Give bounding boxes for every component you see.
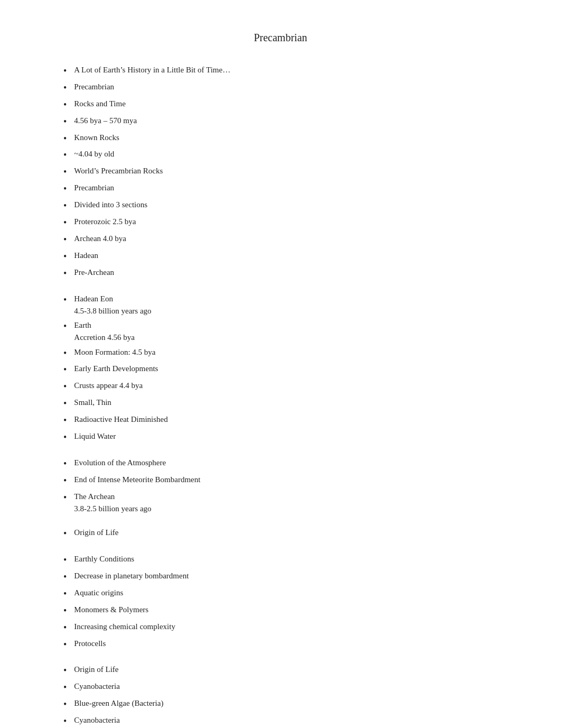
list-item-text: Early Earth Developments [74, 364, 158, 373]
bullet-icon: • [63, 148, 67, 163]
list-item-text: Moon Formation: 4.5 bya [74, 348, 155, 356]
bullet-icon: • [63, 527, 67, 541]
list-item: •Monomers & Polymers [63, 603, 498, 620]
list-item: •Hadean [63, 248, 498, 265]
list-item: •Early Earth Developments [63, 362, 498, 379]
list-item-content: Proterozoic 2.5 bya [74, 216, 498, 228]
list-item-text: Aquatic origins [74, 588, 123, 597]
bullet-icon: • [63, 216, 67, 231]
list-item-content: Cyanobacteria [74, 714, 498, 726]
bullet-icon: • [63, 165, 67, 180]
bullet-icon: • [63, 199, 67, 214]
list-item-content: 4.56 bya – 570 mya [74, 115, 498, 127]
spacer [63, 653, 498, 662]
list-item-text: Precambrian [74, 183, 114, 192]
list-item-content: Precambrian [74, 182, 498, 194]
bullet-icon: • [63, 680, 67, 695]
bullet-icon: • [63, 182, 67, 197]
list-item-content: Moon Formation: 4.5 bya [74, 346, 498, 358]
list-item: •Origin of Life [63, 526, 498, 542]
list-item-content: Small, Thin [74, 397, 498, 409]
list-item: •Moon Formation: 4.5 bya [63, 345, 498, 362]
list-item-content: Evolution of the Atmosphere [74, 457, 498, 469]
list-item-content: Radioactive Heat Diminished [74, 413, 498, 426]
list-item: •Known Rocks [63, 131, 498, 148]
list-item: •Increasing chemical complexity [63, 620, 498, 637]
list-item-text: Archean 4.0 bya [74, 234, 126, 243]
list-item-text: Small, Thin [74, 398, 111, 407]
bullet-icon: • [63, 621, 67, 635]
bullet-icon: • [63, 697, 67, 712]
list-item-text: Protocells [74, 639, 106, 648]
list-item-text: Cyanobacteria [74, 682, 120, 690]
list-item-content: Liquid Water [74, 430, 498, 443]
spacer [63, 446, 498, 456]
list-item-text: Proterozoic 2.5 bya [74, 217, 136, 226]
list-item-content: Hadean [74, 250, 498, 262]
list-item: •The Archean3.8-2.5 billion years ago [63, 490, 498, 517]
list-item-text: Earthly Conditions [74, 555, 134, 563]
list-item-content: Cyanobacteria [74, 680, 498, 693]
list-item-text: End of Intense Meteorite Bombardment [74, 475, 200, 484]
list-item-content: Hadean Eon4.5-3.8 billion years ago [74, 293, 498, 318]
list-item-content: End of Intense Meteorite Bombardment [74, 474, 498, 486]
list-item-content: Divided into 3 sections [74, 199, 498, 211]
bullet-icon: • [63, 474, 67, 489]
list-item-text: Hadean Eon [74, 294, 113, 303]
list-item: •End of Intense Meteorite Bombardment [63, 473, 498, 490]
list-item-text: Precambrian [74, 82, 114, 91]
bullet-icon: • [63, 491, 67, 505]
bullet-icon: • [63, 293, 67, 308]
list-item-text: Earth [74, 321, 91, 329]
list-item-content: ~4.04 by old [74, 148, 498, 160]
list-item-content: Earthly Conditions [74, 553, 498, 565]
bullet-icon: • [63, 132, 67, 146]
list-item-content: Aquatic origins [74, 587, 498, 599]
bullet-icon: • [63, 430, 67, 445]
list-item-text: The Archean [74, 492, 115, 501]
list-item-content: Pre-Archean [74, 266, 498, 279]
list-item-text: Evolution of the Atmosphere [74, 458, 166, 467]
list-item: •Blue-green Algae (Bacteria) [63, 696, 498, 713]
bullet-icon: • [63, 81, 67, 96]
list-item-content: Decrease in planetary bombardment [74, 570, 498, 582]
list-item: •A Lot of Earth’s History in a Little Bi… [63, 63, 498, 80]
spacer [63, 516, 498, 526]
list-item-content: Rocks and Time [74, 98, 498, 110]
bullet-icon: • [63, 380, 67, 394]
list-item-text: Origin of Life [74, 665, 118, 674]
list-item-subtext: Accretion 4.56 bya [74, 331, 498, 344]
list-item-subtext: 4.5-3.8 billion years ago [74, 305, 498, 317]
page-title: Precambrian [63, 32, 498, 44]
list-item-subtext: 3.8-2.5 billion years ago [74, 503, 498, 515]
list-item-content: Archean 4.0 bya [74, 233, 498, 245]
list-item-content: Monomers & Polymers [74, 604, 498, 616]
list-item: •Aquatic origins [63, 586, 498, 603]
main-list: •A Lot of Earth’s History in a Little Bi… [63, 63, 498, 728]
bullet-icon: • [63, 714, 67, 728]
bullet-icon: • [63, 319, 67, 334]
list-item: •World’s Precambrian Rocks [63, 164, 498, 181]
list-item-text: World’s Precambrian Rocks [74, 167, 163, 175]
list-item-content: Known Rocks [74, 132, 498, 144]
spacer [63, 542, 498, 552]
list-item-text: Divided into 3 sections [74, 200, 147, 209]
bullet-icon: • [63, 64, 67, 79]
list-item: •Archean 4.0 bya [63, 232, 498, 248]
bullet-icon: • [63, 346, 67, 361]
list-item: •Cyanobacteria [63, 679, 498, 696]
list-item-content: Early Earth Developments [74, 363, 498, 375]
bullet-icon: • [63, 363, 67, 377]
bullet-icon: • [63, 604, 67, 619]
list-item: •Rocks and Time [63, 97, 498, 114]
bullet-icon: • [63, 250, 67, 264]
list-item: •Precambrian [63, 181, 498, 198]
bullet-icon: • [63, 457, 67, 472]
list-item: •Pre-Archean [63, 265, 498, 282]
list-item: •Crusts appear 4.4 bya [63, 379, 498, 395]
list-item: •Decrease in planetary bombardment [63, 569, 498, 586]
bullet-icon: • [63, 553, 67, 568]
list-item-text: A Lot of Earth’s History in a Little Bit… [74, 66, 230, 74]
list-item: •4.56 bya – 570 mya [63, 114, 498, 131]
list-item-content: A Lot of Earth’s History in a Little Bit… [74, 64, 498, 76]
